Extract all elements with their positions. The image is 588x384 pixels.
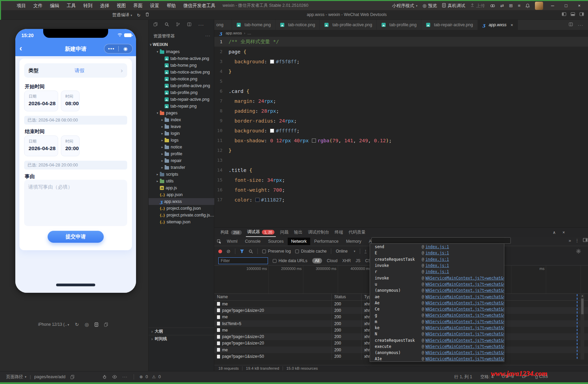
frame-location-link[interactable]: index.js:1 <box>425 263 449 268</box>
upload-button[interactable]: 上传 <box>470 3 485 9</box>
tree-item-project-private-config-js-[interactable]: {..}project.private.config.js… <box>149 212 214 219</box>
devtools-tab-console[interactable]: Console <box>241 238 264 245</box>
inspect-icon[interactable] <box>217 239 221 244</box>
tree-item-tab-profile-active-png[interactable]: tab-profile-active.png <box>149 82 214 89</box>
frame-location-link[interactable]: WAServiceMainContext.js?t=wechat&v=3.15.… <box>425 332 504 336</box>
tree-item-notice[interactable]: ▸notice <box>149 144 214 150</box>
reason-textarea[interactable]: 请填写事由（必填） <box>24 180 127 226</box>
code-editor[interactable]: 1/** 全局样式变量 */2page {3 background: #f5f8… <box>214 36 588 227</box>
tree-item-logs[interactable]: ▸logs <box>149 137 214 144</box>
capsule-button[interactable]: ●●● ◉ <box>104 44 133 53</box>
device-debug-button[interactable]: 真机调试 <box>442 3 465 9</box>
tree-item-app-json[interactable]: {..}app.json <box>149 191 214 198</box>
chip-all[interactable]: All <box>312 258 322 263</box>
tree-item-repair[interactable]: ▸repair <box>149 157 214 164</box>
preview-button[interactable]: ◎预览 <box>423 3 437 9</box>
mode-select[interactable]: 小程序模式▾ <box>392 3 418 9</box>
throttling-select[interactable]: Online▾ <box>336 249 355 254</box>
editor-tab-tab-home-png[interactable]: tab-home.png <box>232 20 275 30</box>
panel-tab-输出[interactable]: 输出 <box>292 228 304 237</box>
more-icon[interactable]: ··· <box>205 33 211 39</box>
devtools-tab-network[interactable]: Network <box>288 238 310 245</box>
compile-refresh-icon[interactable]: ↻ <box>137 13 140 18</box>
record-icon[interactable]: ◎ <box>85 322 89 327</box>
panel-tab-终端[interactable]: 终端 <box>333 228 345 237</box>
statusbar-item[interactable]: 行 1, 列 1 <box>454 374 472 380</box>
split-editor-icon[interactable] <box>569 22 573 28</box>
tree-item-leave[interactable]: ▸leave <box>149 123 214 130</box>
link-icon[interactable] <box>490 4 495 8</box>
menu-item[interactable]: 视图 <box>113 3 130 9</box>
menu-item[interactable]: 帮助 <box>163 3 180 9</box>
editor-tab-tab-profile-png[interactable]: tab-profile.png <box>377 20 421 30</box>
tree-item-login[interactable]: ▸login <box>149 130 214 137</box>
tree-item-tab-home-active-png[interactable]: tab-home-active.png <box>149 55 214 62</box>
menu-item[interactable]: 工具 <box>63 3 80 9</box>
compile-mode-select[interactable]: 普通编译▾ <box>112 12 132 18</box>
chip-cloud[interactable]: Cloud <box>327 258 337 263</box>
editor-tab-ong[interactable]: ong <box>214 20 232 30</box>
tree-item-tab-notice-png[interactable]: tab-notice.png <box>149 76 214 82</box>
start-time-picker[interactable]: 时间 08:00 <box>61 91 80 111</box>
scrollbar[interactable]: ▲ <box>581 294 584 359</box>
menu-item[interactable]: 编辑 <box>46 3 63 9</box>
submit-button[interactable]: 提交申请 <box>48 231 104 243</box>
menu-item[interactable]: 选择 <box>96 3 113 9</box>
editor-tab-app-wxss[interactable]: ʒapp.wxss× <box>478 20 518 30</box>
tree-root[interactable]: ∨WEIXIN <box>149 41 214 48</box>
column-header-name[interactable]: Name <box>214 294 332 300</box>
menu-item[interactable]: 设置 <box>146 3 163 9</box>
frame-location-link[interactable]: WAServiceMainContext.js?t=wechat&v=3.15.… <box>425 325 504 330</box>
column-header-status[interactable]: Status <box>332 294 362 300</box>
panel-tab-调试控制台[interactable]: 调试控制台 <box>306 228 331 237</box>
tree-item-tab-home-png[interactable]: tab-home.png <box>149 62 214 69</box>
scrollbar-thumb[interactable] <box>581 299 584 314</box>
editor-tab-tab-repair-active-png[interactable]: tab-repair-active.png <box>421 20 478 30</box>
frame-location-link[interactable]: index.js:1 <box>425 244 449 249</box>
tree-item-tab-profile-png[interactable]: tab-profile.png <box>149 89 214 96</box>
frame-location-link[interactable]: index.js:1 <box>425 251 449 255</box>
frame-location-link[interactable]: WAServiceMainContext.js?t=wechat&v=3.15.… <box>425 338 504 343</box>
device-icon[interactable] <box>95 322 98 327</box>
rotate-icon[interactable]: ↻ <box>75 322 79 327</box>
end-time-picker[interactable]: 时间 20:00 <box>61 135 80 156</box>
panel-tab-问题[interactable]: 问题 <box>279 228 290 237</box>
frame-location-link[interactable]: WAServiceMainContext.js?t=wechat&v=3.15.… <box>425 313 504 318</box>
frame-location-link[interactable]: WAServiceMainContext.js?t=wechat&v=3.15.… <box>425 294 504 299</box>
tree-item-sitemap-json[interactable]: {..}sitemap.json <box>149 219 214 225</box>
chip-xhr[interactable]: XHR <box>342 258 351 263</box>
menu-item[interactable]: 文件 <box>30 3 46 9</box>
close-icon[interactable]: × <box>562 230 565 235</box>
search-icon[interactable] <box>249 249 253 254</box>
frame-location-link[interactable]: WAServiceMainContext.js?t=wechat&v=3.15.… <box>425 276 504 281</box>
clear-icon[interactable]: ⊘ <box>226 249 231 254</box>
devtools-tab-memory[interactable]: Memory <box>342 238 365 245</box>
frame-location-link[interactable]: WAServiceMainContext.js?t=wechat&v=3.15.… <box>425 344 504 349</box>
frame-location-link[interactable]: WAServiceMainContext.js?t=wechat&v=3.15.… <box>425 319 504 324</box>
maximize-button[interactable]: □ <box>562 3 570 8</box>
section-大纲[interactable]: ›大纲 <box>149 327 214 335</box>
tree-item-app-js[interactable]: JSapp.js <box>149 185 214 191</box>
frame-location-link[interactable]: index.js:1 <box>425 257 449 262</box>
tree-item-project-config-json[interactable]: {..}project.config.json <box>149 205 214 212</box>
editor-tab-tab-notice-png[interactable]: tab-notice.png <box>275 20 320 30</box>
eye-icon[interactable] <box>110 375 120 379</box>
close-mini-icon[interactable]: ◉ <box>119 46 133 51</box>
type-picker-row[interactable]: 类型 请假 › <box>24 63 127 78</box>
errors-indicator[interactable]: ⊗0 <box>137 374 150 379</box>
devtools-tab-performance[interactable]: Performance <box>311 238 342 245</box>
frame-location-link[interactable]: WAServiceMainContext.js?t=wechat&v=3.15.… <box>425 356 504 361</box>
tree-item-index[interactable]: ▸index <box>149 116 214 123</box>
files-icon[interactable] <box>153 22 158 28</box>
frame-location-link[interactable]: WAServiceMainContext.js?t=wechat&v=3.15.… <box>425 288 504 293</box>
tree-item-transfer[interactable]: ▸transfer <box>149 164 214 171</box>
disable-cache-checkbox[interactable]: Disable cache <box>295 249 326 254</box>
device-select[interactable]: iPhone 12/13 (..▾ <box>38 322 69 327</box>
menu-icon[interactable]: ≡ <box>518 3 521 8</box>
minimize-button[interactable]: ─ <box>548 3 557 8</box>
tree-item-utils[interactable]: ▸utils <box>149 178 214 185</box>
more-icon[interactable]: ●●● <box>104 47 118 50</box>
debug-icon[interactable] <box>100 375 110 379</box>
search-icon[interactable] <box>165 22 169 28</box>
end-date-picker[interactable]: 日期 2026-04-28 <box>24 135 58 156</box>
